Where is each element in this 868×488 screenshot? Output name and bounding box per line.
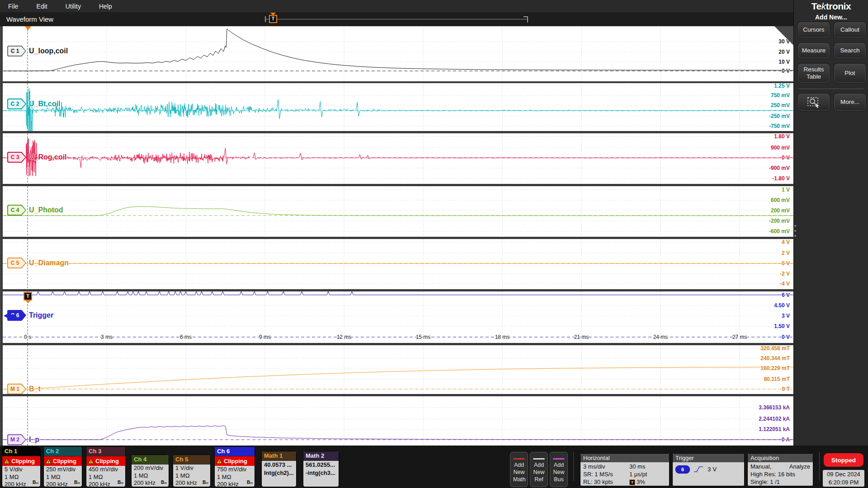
acquisition-panel[interactable]: Acquisition Manual,Analyze High Res: 16 … bbox=[747, 453, 813, 486]
horizontal-panel[interactable]: Horizontal 3 ms/div30 ms SR: 1 MS/s1 µs/… bbox=[580, 453, 670, 486]
badge-header: Ch 5 bbox=[173, 455, 210, 465]
settings-bar: Ch 1!Clipping5 V/div1 MΩ200 kHzBwCh 2!Cl… bbox=[0, 446, 868, 488]
horizontal-panel-title: Horizontal bbox=[580, 454, 669, 462]
scale-label-M1-3: 80.115 mT bbox=[764, 376, 790, 382]
oscilloscope-app: File Edit Utility Help Waveform View T 3… bbox=[0, 0, 868, 488]
channel-name-C5[interactable]: U_Diamagn bbox=[29, 259, 69, 267]
channel-tag-C1[interactable]: C 1 bbox=[7, 46, 26, 56]
channel-tag-M1[interactable]: M 1 bbox=[7, 384, 26, 394]
trace-C2 bbox=[360, 109, 381, 112]
trace-C2 bbox=[194, 103, 231, 117]
add-new-bus-button[interactable]: AddNewBus bbox=[550, 452, 568, 487]
badge-ch5[interactable]: Ch 51 V/div1 MΩ200 kHzBw bbox=[173, 455, 211, 487]
channel-tag-label: C 1 bbox=[7, 46, 26, 56]
right-panel-divider bbox=[798, 89, 864, 89]
badge-ch6[interactable]: Ch 6!Clipping750 mV/div1 MΩ200 kHzBw bbox=[214, 446, 255, 487]
channel-tag-C3[interactable]: C 3 bbox=[7, 152, 26, 163]
slice-M2[interactable]: 3.366153 kA2.244102 kA1.122051 kA0 AM 2I… bbox=[3, 396, 793, 446]
corner-zoom-area[interactable] bbox=[774, 26, 793, 45]
trace-C2 bbox=[165, 102, 193, 118]
slice-plot-C3 bbox=[3, 133, 793, 184]
badge-ch1[interactable]: Ch 1!Clipping5 V/div1 MΩ200 kHzBw bbox=[2, 446, 41, 487]
trigger-panel[interactable]: Trigger 6 3 V bbox=[672, 453, 745, 486]
trace-C6 bbox=[3, 291, 793, 295]
clipping-warning: !Clipping bbox=[86, 456, 125, 466]
datetime-display: 09 Dec 2024 6:20:09 PM bbox=[823, 470, 864, 487]
acquisition-panel-title: Acquisition bbox=[748, 454, 813, 462]
separator bbox=[819, 452, 820, 481]
channel-tag-label: C 4 bbox=[7, 205, 26, 216]
slice-M1[interactable]: 320.458 mT240.344 mT160.229 mT80.115 mT0… bbox=[3, 345, 793, 394]
channel-name-C1[interactable]: U_loop,coil bbox=[29, 47, 68, 55]
slice-C1[interactable]: 30 V20 V10 V0 VC 1U_loop,coil bbox=[3, 26, 793, 81]
bandwidth-badge: Bw bbox=[33, 478, 38, 486]
tektronix-logo: Tektronix bbox=[794, 1, 868, 12]
add-new-ref-button[interactable]: AddNewRef bbox=[530, 452, 548, 487]
scale-label-C2-0: 1.25 V bbox=[774, 83, 790, 89]
channel-name-C3[interactable]: U_Rog,coil bbox=[29, 153, 67, 161]
panel-drag-handle[interactable] bbox=[794, 225, 796, 240]
channel-tag-C4[interactable]: C 4 bbox=[7, 205, 26, 216]
slice-plot-M2 bbox=[3, 396, 793, 446]
scale-label-C5-0: 4 V bbox=[782, 239, 790, 245]
run-stop-status-button[interactable]: Stopped bbox=[824, 453, 863, 467]
badge-ch3[interactable]: Ch 3!Clipping450 mV/div1 MΩ200 kHzBw bbox=[86, 446, 126, 487]
trigger-source-flag[interactable]: T bbox=[24, 292, 32, 300]
search-button[interactable]: Search bbox=[834, 42, 866, 59]
measure-button[interactable]: Measure bbox=[797, 42, 830, 59]
trace-C3 bbox=[83, 156, 115, 161]
acquisition-mode: Manual, bbox=[750, 463, 771, 470]
slice-C2[interactable]: 1.25 V750 mV250 mV-250 mV-750 mVC 2U_Bt,… bbox=[3, 83, 793, 131]
plot-button[interactable]: Plot bbox=[834, 63, 866, 83]
more-button[interactable]: More... bbox=[834, 93, 866, 111]
time-tick-1: 3 ms bbox=[101, 334, 113, 340]
sample-rate: SR: 1 MS/s bbox=[583, 470, 629, 478]
scale-label-C6-2: 3 V bbox=[782, 313, 790, 319]
slice-C4[interactable]: 1 V600 mV200 mV-200 mV-600 mVC 4U_Photod bbox=[3, 186, 793, 237]
scale-label-C6-4: 0 V bbox=[782, 334, 790, 340]
badge-math1[interactable]: Math 140.0573 ...Intg(ch2)... bbox=[261, 451, 297, 487]
badge-header: Ch 4 bbox=[132, 455, 169, 465]
clipping-label: Clipping bbox=[95, 458, 119, 465]
channel-tag-M2[interactable]: M 2 bbox=[7, 434, 26, 445]
magnifier-icon bbox=[3, 27, 14, 38]
zoom-select-button[interactable] bbox=[797, 93, 830, 111]
badge-ch2[interactable]: Ch 2!Clipping250 mV/div1 MΩ200 kHzBw bbox=[43, 446, 82, 487]
clipping-label: Clipping bbox=[53, 458, 76, 465]
slice-C5[interactable]: 4 V2 V0 V-2 V-4 VC 5U_Diamagn bbox=[3, 239, 793, 289]
rising-edge-icon bbox=[693, 466, 703, 473]
scale-label-C2-2: 250 mV bbox=[771, 102, 790, 108]
horizontal-window: 30 ms bbox=[629, 463, 645, 470]
badge-ch4[interactable]: Ch 4200 mV/div1 MΩ200 kHzBw bbox=[131, 455, 169, 487]
scale-label-C4-4: -600 mV bbox=[769, 228, 790, 235]
add-new-math-button[interactable]: AddNewMath bbox=[510, 452, 528, 487]
channel-name-C2[interactable]: U_Bt,coil bbox=[29, 100, 60, 108]
channel-tag-C2[interactable]: C 2 bbox=[7, 99, 26, 109]
scale-label-M1-1: 240.344 mT bbox=[760, 355, 790, 361]
trace-C2 bbox=[356, 103, 360, 116]
trace-C3 bbox=[253, 153, 257, 160]
trace-C2 bbox=[66, 107, 132, 113]
add-new-line: New bbox=[533, 469, 545, 476]
channel-name-C6[interactable]: Trigger bbox=[29, 311, 53, 319]
add-new-line: New bbox=[513, 469, 525, 476]
scale-label-M2-0: 3.366153 kA bbox=[759, 404, 790, 411]
trigger-level-arrow[interactable] bbox=[3, 312, 14, 320]
channel-name-M2[interactable]: I_p bbox=[29, 436, 39, 444]
slice-C3[interactable]: 1.80 V900 mV0 V-900 mV-1.80 VC 3U_Rog,co… bbox=[3, 133, 793, 184]
results-table-button[interactable]: Results Table bbox=[797, 63, 830, 83]
svg-text:!: ! bbox=[219, 460, 220, 464]
badge-header: Math 1 bbox=[262, 451, 296, 461]
badge-math2[interactable]: Math 2561.0255...-intg(ch3... bbox=[303, 451, 339, 487]
svg-text:!: ! bbox=[48, 460, 49, 464]
slice-C6[interactable]: 6 V4.50 V3 V1.50 V0 VC 6TriggerT0 s3 ms6… bbox=[3, 291, 793, 343]
trace-C3 bbox=[370, 158, 793, 158]
channel-tag-C5[interactable]: C 5 bbox=[7, 258, 26, 268]
trace-C2 bbox=[252, 108, 277, 113]
cursors-button[interactable]: Cursors bbox=[797, 22, 830, 38]
callout-button[interactable]: Callout bbox=[834, 22, 866, 38]
badge-header: Ch 6 bbox=[215, 447, 255, 456]
scale-label-C4-0: 1 V bbox=[782, 187, 790, 193]
channel-name-M1[interactable]: B_t bbox=[29, 385, 41, 393]
channel-name-C4[interactable]: U_Photod bbox=[29, 206, 63, 214]
